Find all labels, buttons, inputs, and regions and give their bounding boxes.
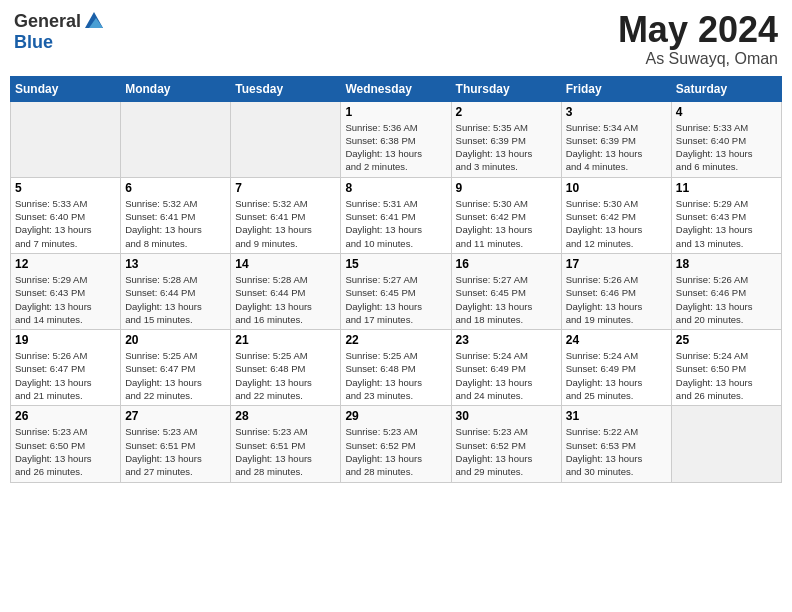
day-info: Sunrise: 5:32 AMSunset: 6:41 PMDaylight:…	[235, 197, 336, 250]
day-number: 8	[345, 181, 446, 195]
day-number: 18	[676, 257, 777, 271]
day-number: 2	[456, 105, 557, 119]
calendar-day-cell: 15Sunrise: 5:27 AMSunset: 6:45 PMDayligh…	[341, 253, 451, 329]
day-number: 4	[676, 105, 777, 119]
day-number: 19	[15, 333, 116, 347]
calendar-day-cell: 23Sunrise: 5:24 AMSunset: 6:49 PMDayligh…	[451, 330, 561, 406]
day-number: 17	[566, 257, 667, 271]
day-info: Sunrise: 5:30 AMSunset: 6:42 PMDaylight:…	[566, 197, 667, 250]
calendar-day-cell: 28Sunrise: 5:23 AMSunset: 6:51 PMDayligh…	[231, 406, 341, 482]
day-info: Sunrise: 5:24 AMSunset: 6:50 PMDaylight:…	[676, 349, 777, 402]
day-number: 3	[566, 105, 667, 119]
day-number: 14	[235, 257, 336, 271]
day-info: Sunrise: 5:26 AMSunset: 6:46 PMDaylight:…	[566, 273, 667, 326]
day-info: Sunrise: 5:23 AMSunset: 6:51 PMDaylight:…	[235, 425, 336, 478]
day-info: Sunrise: 5:24 AMSunset: 6:49 PMDaylight:…	[456, 349, 557, 402]
day-number: 9	[456, 181, 557, 195]
calendar-week-row: 26Sunrise: 5:23 AMSunset: 6:50 PMDayligh…	[11, 406, 782, 482]
weekday-header-monday: Monday	[121, 76, 231, 101]
day-info: Sunrise: 5:25 AMSunset: 6:48 PMDaylight:…	[235, 349, 336, 402]
day-number: 24	[566, 333, 667, 347]
day-number: 5	[15, 181, 116, 195]
day-info: Sunrise: 5:26 AMSunset: 6:47 PMDaylight:…	[15, 349, 116, 402]
day-info: Sunrise: 5:27 AMSunset: 6:45 PMDaylight:…	[345, 273, 446, 326]
day-info: Sunrise: 5:22 AMSunset: 6:53 PMDaylight:…	[566, 425, 667, 478]
page-header: General Blue May 2024 As Suwayq, Oman	[10, 10, 782, 68]
day-number: 21	[235, 333, 336, 347]
calendar-day-cell: 3Sunrise: 5:34 AMSunset: 6:39 PMDaylight…	[561, 101, 671, 177]
day-number: 29	[345, 409, 446, 423]
day-number: 7	[235, 181, 336, 195]
day-number: 27	[125, 409, 226, 423]
location: As Suwayq, Oman	[618, 50, 778, 68]
calendar-week-row: 19Sunrise: 5:26 AMSunset: 6:47 PMDayligh…	[11, 330, 782, 406]
day-info: Sunrise: 5:23 AMSunset: 6:50 PMDaylight:…	[15, 425, 116, 478]
calendar-day-cell: 7Sunrise: 5:32 AMSunset: 6:41 PMDaylight…	[231, 177, 341, 253]
day-number: 30	[456, 409, 557, 423]
day-number: 6	[125, 181, 226, 195]
calendar-day-cell: 5Sunrise: 5:33 AMSunset: 6:40 PMDaylight…	[11, 177, 121, 253]
calendar-day-cell: 24Sunrise: 5:24 AMSunset: 6:49 PMDayligh…	[561, 330, 671, 406]
day-info: Sunrise: 5:23 AMSunset: 6:52 PMDaylight:…	[456, 425, 557, 478]
logo: General Blue	[14, 10, 105, 53]
calendar-day-cell: 8Sunrise: 5:31 AMSunset: 6:41 PMDaylight…	[341, 177, 451, 253]
weekday-header-wednesday: Wednesday	[341, 76, 451, 101]
day-info: Sunrise: 5:24 AMSunset: 6:49 PMDaylight:…	[566, 349, 667, 402]
calendar-week-row: 5Sunrise: 5:33 AMSunset: 6:40 PMDaylight…	[11, 177, 782, 253]
calendar-day-cell: 25Sunrise: 5:24 AMSunset: 6:50 PMDayligh…	[671, 330, 781, 406]
day-info: Sunrise: 5:29 AMSunset: 6:43 PMDaylight:…	[15, 273, 116, 326]
day-info: Sunrise: 5:25 AMSunset: 6:48 PMDaylight:…	[345, 349, 446, 402]
title-area: May 2024 As Suwayq, Oman	[618, 10, 778, 68]
day-number: 28	[235, 409, 336, 423]
logo-blue-text: Blue	[14, 32, 53, 53]
calendar-day-cell: 30Sunrise: 5:23 AMSunset: 6:52 PMDayligh…	[451, 406, 561, 482]
day-info: Sunrise: 5:33 AMSunset: 6:40 PMDaylight:…	[676, 121, 777, 174]
day-info: Sunrise: 5:36 AMSunset: 6:38 PMDaylight:…	[345, 121, 446, 174]
calendar-table: SundayMondayTuesdayWednesdayThursdayFrid…	[10, 76, 782, 483]
day-number: 12	[15, 257, 116, 271]
calendar-week-row: 12Sunrise: 5:29 AMSunset: 6:43 PMDayligh…	[11, 253, 782, 329]
weekday-header-row: SundayMondayTuesdayWednesdayThursdayFrid…	[11, 76, 782, 101]
day-info: Sunrise: 5:32 AMSunset: 6:41 PMDaylight:…	[125, 197, 226, 250]
calendar-day-cell: 17Sunrise: 5:26 AMSunset: 6:46 PMDayligh…	[561, 253, 671, 329]
calendar-day-cell	[11, 101, 121, 177]
day-number: 10	[566, 181, 667, 195]
calendar-day-cell: 12Sunrise: 5:29 AMSunset: 6:43 PMDayligh…	[11, 253, 121, 329]
calendar-day-cell: 16Sunrise: 5:27 AMSunset: 6:45 PMDayligh…	[451, 253, 561, 329]
calendar-day-cell: 29Sunrise: 5:23 AMSunset: 6:52 PMDayligh…	[341, 406, 451, 482]
calendar-day-cell: 4Sunrise: 5:33 AMSunset: 6:40 PMDaylight…	[671, 101, 781, 177]
day-number: 23	[456, 333, 557, 347]
calendar-day-cell: 10Sunrise: 5:30 AMSunset: 6:42 PMDayligh…	[561, 177, 671, 253]
day-number: 20	[125, 333, 226, 347]
day-number: 16	[456, 257, 557, 271]
calendar-day-cell: 2Sunrise: 5:35 AMSunset: 6:39 PMDaylight…	[451, 101, 561, 177]
day-number: 1	[345, 105, 446, 119]
day-info: Sunrise: 5:31 AMSunset: 6:41 PMDaylight:…	[345, 197, 446, 250]
day-number: 22	[345, 333, 446, 347]
day-number: 11	[676, 181, 777, 195]
calendar-day-cell	[121, 101, 231, 177]
calendar-day-cell: 19Sunrise: 5:26 AMSunset: 6:47 PMDayligh…	[11, 330, 121, 406]
day-info: Sunrise: 5:28 AMSunset: 6:44 PMDaylight:…	[235, 273, 336, 326]
day-info: Sunrise: 5:35 AMSunset: 6:39 PMDaylight:…	[456, 121, 557, 174]
calendar-day-cell: 21Sunrise: 5:25 AMSunset: 6:48 PMDayligh…	[231, 330, 341, 406]
day-info: Sunrise: 5:25 AMSunset: 6:47 PMDaylight:…	[125, 349, 226, 402]
day-info: Sunrise: 5:34 AMSunset: 6:39 PMDaylight:…	[566, 121, 667, 174]
calendar-week-row: 1Sunrise: 5:36 AMSunset: 6:38 PMDaylight…	[11, 101, 782, 177]
calendar-day-cell: 1Sunrise: 5:36 AMSunset: 6:38 PMDaylight…	[341, 101, 451, 177]
day-number: 31	[566, 409, 667, 423]
weekday-header-friday: Friday	[561, 76, 671, 101]
calendar-day-cell: 11Sunrise: 5:29 AMSunset: 6:43 PMDayligh…	[671, 177, 781, 253]
day-info: Sunrise: 5:29 AMSunset: 6:43 PMDaylight:…	[676, 197, 777, 250]
weekday-header-sunday: Sunday	[11, 76, 121, 101]
weekday-header-thursday: Thursday	[451, 76, 561, 101]
day-info: Sunrise: 5:23 AMSunset: 6:52 PMDaylight:…	[345, 425, 446, 478]
calendar-day-cell: 26Sunrise: 5:23 AMSunset: 6:50 PMDayligh…	[11, 406, 121, 482]
day-info: Sunrise: 5:33 AMSunset: 6:40 PMDaylight:…	[15, 197, 116, 250]
day-number: 15	[345, 257, 446, 271]
day-info: Sunrise: 5:28 AMSunset: 6:44 PMDaylight:…	[125, 273, 226, 326]
logo-general-text: General	[14, 11, 81, 32]
calendar-day-cell: 18Sunrise: 5:26 AMSunset: 6:46 PMDayligh…	[671, 253, 781, 329]
month-title: May 2024	[618, 10, 778, 50]
calendar-day-cell: 13Sunrise: 5:28 AMSunset: 6:44 PMDayligh…	[121, 253, 231, 329]
